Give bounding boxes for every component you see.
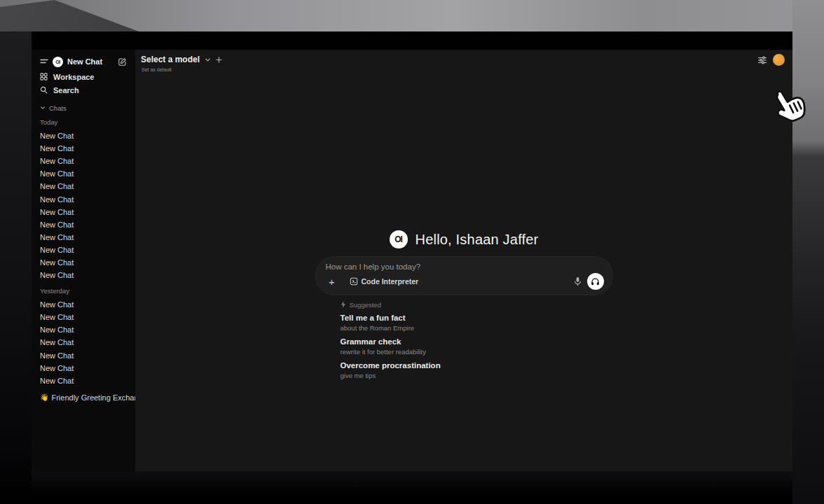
search-label: Search [53,86,79,94]
settings-sliders-icon[interactable] [757,55,767,65]
chat-list-item[interactable]: New Chat [39,192,128,205]
chat-history: TodayNew ChatNew ChatNew ChatNew ChatNew… [39,118,128,387]
chat-item-title[interactable]: New Chat [40,132,74,140]
chat-list-item[interactable]: New Chat [39,349,128,362]
code-interpreter-icon [350,277,358,286]
add-model-icon[interactable] [216,57,222,63]
sidebar: OI New Chat Workspace [32,50,135,471]
greeting: OI Hello, Ishaan Jaffer [390,229,539,250]
suggested-prompt-subtitle: give me tips [341,372,612,380]
chat-list-item[interactable]: New Chat [39,336,128,349]
chat-list-item[interactable]: New Chat [39,311,128,323]
chat-group-list: New ChatNew ChatNew ChatNew ChatNew Chat… [39,298,128,387]
greeting-text: Hello, Ishaan Jaffer [416,232,539,248]
suggested-prompt[interactable]: Grammar checkrewrite it for better reada… [341,337,612,356]
workspace-label: Workspace [53,73,95,81]
chat-item-title[interactable]: New Chat [40,258,74,267]
sidebar-item-search[interactable]: Search [39,83,128,97]
voice-call-button[interactable] [587,273,604,290]
suggested-prompt-title: Overcome procrastination [341,361,612,371]
bolt-icon [341,301,346,308]
chat-item-title[interactable]: New Chat [40,169,74,178]
chat-list-item[interactable]: New Chat [39,167,128,180]
suggested-prompts: Suggested Tell me a fun factabout the Ro… [316,300,612,380]
chat-list-item[interactable]: New Chat [39,206,128,218]
wallpaper-left [0,31,32,504]
chat-list-item[interactable]: New Chat [39,218,128,231]
chat-list-item[interactable]: New Chat [39,269,128,281]
top-right-controls [757,54,785,66]
chat-list-item[interactable]: New Chat [39,155,128,167]
chat-list-item[interactable]: New Chat [39,256,128,269]
chat-item-title[interactable]: New Chat [40,157,74,165]
model-selector[interactable]: Select a model [141,55,222,64]
chat-item-title[interactable]: New Chat [40,338,74,346]
chat-item-title[interactable]: New Chat [40,195,74,204]
chat-input[interactable] [326,262,604,271]
wallpaper-bottom [32,471,792,504]
suggested-prompt-subtitle: rewrite it for better readability [341,348,612,356]
desktop: OI New Chat Workspace [0,0,824,504]
chat-list-item[interactable]: New Chat [39,362,128,374]
suggested-prompt-title: Grammar check [341,337,612,347]
chat-item-title[interactable]: New Chat [40,182,74,190]
wallpaper-right [792,0,824,504]
search-icon [40,86,48,94]
chat-list-item[interactable]: New Chat [39,374,128,387]
chat-item-title[interactable]: New Chat [40,144,74,153]
chats-section-toggle[interactable]: Chats [39,103,128,113]
chat-input-container[interactable]: + Code Interpreter [316,257,612,295]
chat-item-title[interactable]: New Chat [40,220,74,229]
chat-item-friendly-greeting[interactable]: 👋 Friendly Greeting Exchange [40,393,127,402]
chat-item-title[interactable]: New Chat [40,377,74,385]
model-chevron-down-icon[interactable] [205,57,211,63]
sidebar-toggle-icon[interactable] [40,57,48,66]
sidebar-header: OI New Chat [40,55,127,68]
chat-list-item[interactable]: New Chat [39,130,128,142]
chat-list-item[interactable]: New Chat [39,142,128,155]
headphones-icon [591,277,600,286]
app-logo: OI [53,57,63,67]
chat-list-item[interactable]: New Chat [39,298,128,311]
chat-group-label: Today [40,118,127,127]
model-selector-label[interactable]: Select a model [141,55,200,64]
chat-group-list: New ChatNew ChatNew ChatNew ChatNew Chat… [39,130,128,281]
chat-item-title[interactable]: New Chat [40,313,74,321]
chat-list-item[interactable]: New Chat [39,244,128,256]
microphone-icon[interactable] [574,276,582,286]
new-chat-icon[interactable] [118,57,127,66]
chat-list-item[interactable]: New Chat [39,231,128,244]
chat-input-toolbar: + Code Interpreter [326,273,604,290]
suggested-prompt[interactable]: Tell me a fun factabout the Roman Empire [341,314,612,332]
suggested-list: Tell me a fun factabout the Roman Empire… [341,314,612,380]
suggested-header: Suggested [341,300,612,309]
chat-item-title[interactable]: New Chat [40,233,74,241]
code-interpreter-label: Code Interpreter [362,277,419,286]
chat-item-title[interactable]: New Chat [40,271,74,279]
chat-group-label: Yesterday [40,287,127,295]
app-window: OI New Chat Workspace [32,31,792,471]
workspace-grid-icon [40,73,48,80]
sidebar-title: New Chat [67,57,102,66]
chat-item-title[interactable]: New Chat [40,326,74,334]
chat-list-item[interactable]: New Chat [39,323,128,336]
user-avatar[interactable] [773,54,785,66]
chat-item-title[interactable]: New Chat [40,351,74,360]
app-logo-large: OI [390,230,408,248]
sidebar-nav: Workspace Search [39,70,128,97]
chat-item-title[interactable]: New Chat [40,246,74,254]
chats-section-label: Chats [49,104,67,112]
chat-item-title[interactable]: New Chat [40,364,74,372]
suggested-prompt-subtitle: about the Roman Empire [341,324,612,332]
code-interpreter-toggle[interactable]: Code Interpreter [350,277,419,286]
chat-item-title[interactable]: New Chat [40,208,74,216]
set-as-default-link[interactable]: Set as default [142,67,172,72]
chevron-down-icon [40,105,46,111]
chat-item-title: Friendly Greeting Exchange [51,393,135,402]
suggested-prompt-title: Tell me a fun fact [341,314,612,323]
sidebar-item-workspace[interactable]: Workspace [39,70,128,83]
attach-plus-button[interactable]: + [326,275,338,288]
chat-list-item[interactable]: New Chat [39,180,128,192]
suggested-prompt[interactable]: Overcome procrastinationgive me tips [341,361,612,380]
chat-item-title[interactable]: New Chat [40,300,74,309]
